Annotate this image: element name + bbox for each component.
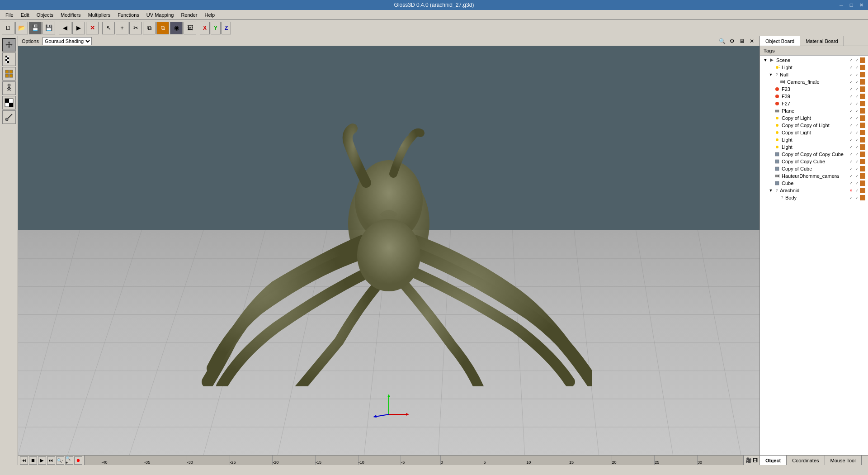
minimize-button[interactable]: ─ bbox=[836, 0, 846, 10]
open-button[interactable]: 📂 bbox=[15, 22, 28, 34]
tree-item-cube1[interactable]: Cube ✓ ✓ bbox=[761, 180, 867, 187]
select-button[interactable]: ↖ bbox=[102, 22, 115, 34]
copy-button[interactable]: ⧉ bbox=[143, 22, 156, 34]
rig-button[interactable] bbox=[2, 81, 16, 95]
checker-button[interactable] bbox=[2, 96, 16, 109]
tree-item-copy-of-cube[interactable]: Copy of Cube ✓ ✓ bbox=[761, 165, 867, 172]
tree-item-arachnid[interactable]: ▼ ? Arachnid ✕ ✓ bbox=[761, 187, 867, 194]
menu-help[interactable]: Help bbox=[201, 11, 218, 19]
timeline-track[interactable]: -40 -35 -30 -25 -20 -15 -10 -5 0 5 10 15… bbox=[84, 456, 743, 466]
tree-item-copy-of-copy-cube[interactable]: Copy of Copy Cube ✓ ✓ bbox=[761, 158, 867, 165]
sculpt-button[interactable] bbox=[2, 110, 16, 124]
undo-button[interactable]: ◀ bbox=[59, 22, 71, 34]
timeline-stop-button[interactable]: ⏹ bbox=[29, 456, 37, 465]
tree-item-null1[interactable]: ▼ ? Null ✓ ✓ bbox=[761, 71, 867, 78]
tree-item-hauteurdhomme-camera[interactable]: HauteurDhomme_camera ✓ ✓ bbox=[761, 172, 867, 180]
svg-marker-51 bbox=[770, 58, 774, 62]
add-button[interactable]: + bbox=[116, 22, 128, 34]
hauteurdhomme-camera-icon bbox=[774, 173, 781, 179]
redo-button[interactable]: ▶ bbox=[72, 22, 85, 34]
timeline-end-button[interactable]: ⏭ bbox=[47, 456, 55, 465]
cut-button[interactable]: ✂ bbox=[129, 22, 142, 34]
tree-item-copy-of-copy-of-copy-cube[interactable]: Copy of Copy of Copy Cube ✓ ✓ bbox=[761, 151, 867, 158]
tree-label-hauteurdhomme-camera: HauteurDhomme_camera bbox=[782, 173, 848, 179]
film-icon: 🎞 bbox=[753, 458, 758, 463]
tree-item-scene[interactable]: ▼ Scene ✓ ✓ bbox=[761, 57, 867, 64]
camera-icon: 🎥 bbox=[745, 457, 752, 463]
tree-item-camera-finale[interactable]: Camera_finale ✓ ✓ bbox=[761, 78, 867, 86]
tree-item-light3[interactable]: Light ✓ ✓ bbox=[761, 143, 867, 151]
tree-item-f27[interactable]: F27 ✓ ✓ bbox=[761, 100, 867, 107]
lock-flag: ✓ bbox=[854, 57, 859, 63]
timeline-record-button[interactable]: ⏺ bbox=[74, 456, 82, 465]
svg-marker-57 bbox=[783, 80, 785, 84]
tree-item-copy-of-copy-of-light[interactable]: Copy of Copy of Light ✓ ✓ bbox=[761, 122, 867, 129]
close-button[interactable]: ✕ bbox=[856, 0, 866, 10]
save-dark-button[interactable]: 💾 bbox=[29, 22, 42, 34]
timeline-zoom-in-button[interactable]: 🔍+ bbox=[65, 456, 73, 465]
timeline-zoom-out-button[interactable]: 🔍- bbox=[56, 456, 64, 465]
tree-arrow-scene[interactable]: ▼ bbox=[763, 58, 768, 62]
move-tool-button[interactable] bbox=[2, 38, 16, 52]
tree-item-f23[interactable]: F23 ✓ ✓ bbox=[761, 86, 867, 93]
tree-item-light1[interactable]: Light ✓ ✓ bbox=[761, 64, 867, 71]
menu-modifiers[interactable]: Modifiers bbox=[57, 11, 85, 19]
tree-arrow-null1[interactable]: ▼ bbox=[768, 72, 774, 77]
x-axis-button[interactable]: X bbox=[200, 22, 210, 34]
timeline-start-button[interactable]: ⏮ bbox=[20, 456, 28, 465]
texture-button[interactable]: 🖼 bbox=[184, 22, 196, 34]
svg-marker-46 bbox=[387, 394, 390, 397]
menu-objects[interactable]: Objects bbox=[33, 11, 57, 19]
tree-item-body[interactable]: ? Body ✓ ✓ bbox=[761, 194, 867, 201]
svg-point-58 bbox=[775, 87, 779, 91]
timeline-play-button[interactable]: ▶ bbox=[38, 456, 46, 465]
tab-material-board[interactable]: Material Board bbox=[800, 36, 844, 46]
menu-file[interactable]: File bbox=[2, 11, 17, 19]
timeline-controls: ⏮ ⏹ ▶ ⏭ 🔍- 🔍+ ⏺ bbox=[18, 456, 84, 465]
settings-viewport-icon[interactable]: ⚙ bbox=[728, 37, 736, 45]
menu-uv-mapping[interactable]: UV Mapping bbox=[143, 11, 178, 19]
close-viewport-icon[interactable]: ✕ bbox=[748, 37, 756, 45]
menu-functions[interactable]: Functions bbox=[114, 11, 143, 19]
tree-item-copy-of-light1[interactable]: Copy of Light ✓ ✓ bbox=[761, 114, 867, 122]
svg-rect-7 bbox=[5, 61, 7, 63]
viewport[interactable] bbox=[18, 46, 760, 455]
tab-object-board[interactable]: Object Board bbox=[760, 36, 800, 46]
display-viewport-icon[interactable]: 🖥 bbox=[738, 37, 746, 45]
texture-paint-button[interactable] bbox=[2, 52, 16, 66]
tree-item-light2[interactable]: Light ✓ ✓ bbox=[761, 136, 867, 143]
svg-point-66 bbox=[776, 146, 778, 148]
tab-coordinates[interactable]: Coordinates bbox=[787, 456, 825, 465]
svg-marker-0 bbox=[5, 41, 13, 48]
tab-object[interactable]: Object bbox=[760, 456, 787, 465]
tree-label-f39: F39 bbox=[782, 94, 848, 99]
save-button[interactable]: 💾 bbox=[42, 22, 55, 34]
shading-mode-select[interactable]: Gouraud Shading Wireframe Flat Shading P… bbox=[42, 37, 92, 45]
right-panel-tabs: Object Board Material Board bbox=[760, 36, 868, 46]
menu-edit[interactable]: Edit bbox=[17, 11, 33, 19]
svg-marker-50 bbox=[373, 415, 377, 418]
tree-item-copy-of-light2[interactable]: Copy of Light ✓ ✓ bbox=[761, 129, 867, 136]
menu-multipliers[interactable]: Multipliers bbox=[85, 11, 114, 19]
arachnid-question-icon: ? bbox=[774, 188, 780, 193]
paste-button[interactable]: ⧉ bbox=[156, 22, 169, 34]
tree-item-plane[interactable]: Plane ✓ ✓ bbox=[761, 107, 867, 114]
options-label: Options bbox=[22, 38, 39, 44]
delete-button[interactable]: ✕ bbox=[86, 22, 99, 34]
svg-rect-72 bbox=[775, 181, 779, 185]
material-edit-button[interactable] bbox=[2, 67, 16, 81]
menu-render[interactable]: Render bbox=[177, 11, 201, 19]
tree-arrow-arachnid[interactable]: ▼ bbox=[768, 188, 774, 193]
search-viewport-icon[interactable]: 🔍 bbox=[718, 37, 726, 45]
maximize-button[interactable]: □ bbox=[846, 0, 856, 10]
toolbar: 🗋 📂 💾 💾 ◀ ▶ ✕ ↖ + ✂ ⧉ ⧉ ◉ 🖼 X Y Z bbox=[0, 20, 868, 36]
svg-point-59 bbox=[775, 95, 779, 98]
svg-rect-11 bbox=[5, 74, 9, 77]
new-button[interactable]: 🗋 bbox=[2, 22, 14, 34]
tree-label-cube1: Cube bbox=[782, 180, 848, 186]
z-axis-button[interactable]: Z bbox=[222, 22, 231, 34]
material-button[interactable]: ◉ bbox=[170, 22, 183, 34]
tab-mouse-tool[interactable]: Mouse Tool bbox=[825, 456, 862, 465]
y-axis-button[interactable]: Y bbox=[211, 22, 221, 34]
tree-item-f39[interactable]: F39 ✓ ✓ bbox=[761, 93, 867, 100]
